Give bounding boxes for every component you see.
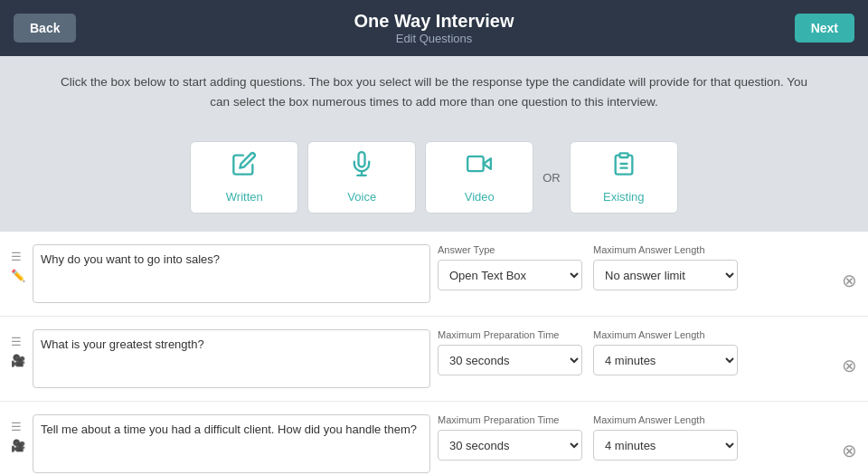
table-row: ☰ 🎥 What is your greatest strength? Maxi… bbox=[0, 317, 868, 402]
question-1-input[interactable]: Why do you want to go into sales? bbox=[33, 244, 430, 303]
answer-type-label: Answer Type bbox=[438, 244, 582, 255]
drag-handle-icon[interactable]: ☰ bbox=[11, 250, 25, 263]
drag-handle-icon[interactable]: ☰ bbox=[11, 335, 25, 348]
prep-time-label-3: Maximum Preparation Time bbox=[438, 414, 582, 425]
question-2-controls: Maximum Preparation Time 30 seconds 1 mi… bbox=[438, 329, 835, 375]
max-answer-select-1[interactable]: No answer limit 1 minute 2 minutes 3 min… bbox=[593, 260, 738, 290]
pencil-icon bbox=[231, 151, 257, 183]
clipboard-icon bbox=[611, 151, 637, 183]
video-icon bbox=[467, 151, 492, 183]
question-3-input[interactable]: Tell me about a time you had a difficult… bbox=[33, 414, 430, 473]
back-button[interactable]: Back bbox=[14, 14, 76, 43]
table-row: ☰ ✏️ Why do you want to go into sales? A… bbox=[0, 232, 868, 317]
max-answer-label-1: Maximum Answer Length bbox=[593, 244, 738, 255]
page-title: One Way Interview bbox=[354, 11, 514, 32]
max-answer-label-2: Maximum Answer Length bbox=[593, 329, 738, 340]
next-button[interactable]: Next bbox=[795, 14, 854, 43]
header: Back One Way Interview Edit Questions Ne… bbox=[0, 0, 868, 56]
prep-time-select-2[interactable]: 30 seconds 1 minute 2 minutes 3 minutes bbox=[438, 345, 582, 375]
max-answer-group-3: Maximum Answer Length 1 minute 2 minutes… bbox=[593, 414, 738, 461]
question-1-controls: Answer Type Open Text Box Multiple Choic… bbox=[438, 244, 835, 290]
remove-question-2-button[interactable]: ⊗ bbox=[842, 329, 857, 376]
row-icons-1: ☰ ✏️ bbox=[11, 244, 25, 282]
video-label: Video bbox=[465, 190, 495, 204]
prep-time-select-3[interactable]: 30 seconds 1 minute 2 minutes 3 minutes bbox=[438, 430, 582, 461]
instruction-text: Click the box below to start adding ques… bbox=[54, 72, 814, 111]
questions-list: ☰ ✏️ Why do you want to go into sales? A… bbox=[0, 232, 868, 475]
written-label: Written bbox=[226, 190, 263, 204]
instruction-area: Click the box below to start adding ques… bbox=[0, 56, 868, 128]
answer-type-group: Answer Type Open Text Box Multiple Choic… bbox=[438, 244, 582, 290]
row-icons-2: ☰ 🎥 bbox=[11, 329, 25, 367]
max-answer-group-2: Maximum Answer Length 1 minute 2 minutes… bbox=[593, 329, 738, 375]
svg-rect-4 bbox=[619, 154, 627, 158]
edit-icon[interactable]: ✏️ bbox=[11, 269, 25, 282]
or-separator: OR bbox=[542, 171, 561, 185]
prep-time-group-3: Maximum Preparation Time 30 seconds 1 mi… bbox=[438, 414, 582, 461]
voice-label: Voice bbox=[347, 190, 376, 204]
microphone-icon bbox=[349, 151, 374, 183]
video-row-icon[interactable]: 🎥 bbox=[11, 354, 25, 367]
video-row-icon[interactable]: 🎥 bbox=[11, 439, 25, 452]
max-answer-label-3: Maximum Answer Length bbox=[593, 414, 738, 425]
svg-marker-2 bbox=[484, 158, 491, 169]
existing-label: Existing bbox=[603, 190, 645, 204]
max-answer-select-3[interactable]: 1 minute 2 minutes 3 minutes 4 minutes 5… bbox=[593, 430, 738, 461]
video-type-button[interactable]: Video bbox=[425, 141, 533, 214]
remove-question-3-button[interactable]: ⊗ bbox=[842, 414, 857, 461]
row-icons-3: ☰ 🎥 bbox=[11, 414, 25, 452]
existing-type-button[interactable]: Existing bbox=[570, 141, 678, 214]
remove-question-1-button[interactable]: ⊗ bbox=[842, 244, 857, 291]
drag-handle-icon[interactable]: ☰ bbox=[11, 420, 25, 433]
page-subtitle: Edit Questions bbox=[354, 32, 514, 45]
question-2-input[interactable]: What is your greatest strength? bbox=[33, 329, 430, 388]
written-type-button[interactable]: Written bbox=[190, 141, 298, 214]
answer-type-select[interactable]: Open Text Box Multiple Choice Yes/No bbox=[438, 260, 582, 290]
max-answer-select-2[interactable]: 1 minute 2 minutes 3 minutes 4 minutes 5… bbox=[593, 345, 738, 375]
header-title: One Way Interview Edit Questions bbox=[354, 11, 514, 45]
question-types-row: Written Voice Video OR bbox=[0, 128, 868, 232]
voice-type-button[interactable]: Voice bbox=[307, 141, 416, 214]
question-3-controls: Maximum Preparation Time 30 seconds 1 mi… bbox=[438, 414, 835, 461]
table-row: ☰ 🎥 Tell me about a time you had a diffi… bbox=[0, 402, 868, 475]
svg-rect-3 bbox=[467, 157, 484, 171]
prep-time-label-2: Maximum Preparation Time bbox=[438, 329, 582, 340]
prep-time-group-2: Maximum Preparation Time 30 seconds 1 mi… bbox=[438, 329, 582, 375]
max-answer-group-1: Maximum Answer Length No answer limit 1 … bbox=[593, 244, 738, 290]
